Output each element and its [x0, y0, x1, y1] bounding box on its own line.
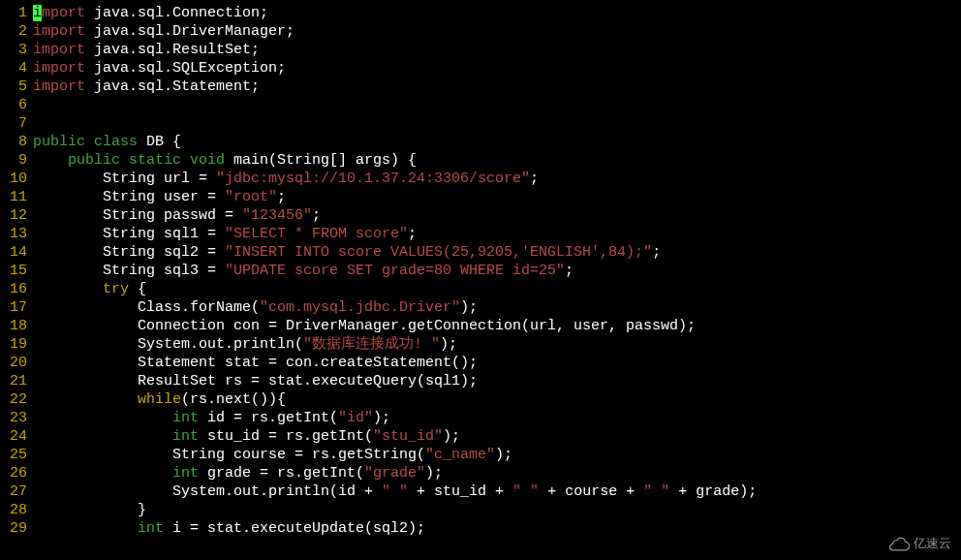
code-line[interactable]: import java.sql.SQLException; [33, 59, 961, 78]
code-token: java.sql.ResultSet; [85, 42, 260, 58]
watermark: 亿速云 [888, 534, 951, 552]
code-token: String sql3 = [33, 263, 225, 279]
code-token [33, 428, 172, 445]
code-line[interactable]: String user = "root"; [33, 188, 961, 206]
code-token [33, 410, 172, 426]
code-token: java.sql.DriverManager; [85, 23, 294, 40]
code-token: DB { [138, 134, 181, 150]
code-token: i = stat.executeUpdate(sql2); [164, 520, 425, 537]
line-number: 2 [0, 22, 27, 41]
code-token: "123456" [242, 207, 312, 224]
code-token: ); [495, 447, 512, 463]
code-token: ResultSet rs = stat.executeQuery(sql1); [33, 373, 478, 389]
code-line[interactable]: String passwd = "123456"; [33, 206, 961, 225]
line-number: 9 [0, 151, 27, 170]
code-token: ); [440, 336, 457, 353]
code-token: String passwd = [33, 207, 242, 224]
code-token: } [33, 502, 146, 518]
line-number: 26 [0, 464, 27, 482]
code-token: (rs.next()){ [181, 391, 286, 408]
code-line[interactable]: int grade = rs.getInt("grade"); [33, 464, 961, 482]
code-token: "SELECT * FROM score" [225, 226, 408, 242]
line-number: 12 [0, 206, 27, 225]
code-token: + stu_id + [408, 483, 512, 500]
code-line[interactable]: String sql3 = "UPDATE score SET grade=80… [33, 262, 961, 280]
line-number: 19 [0, 335, 27, 354]
code-token [33, 97, 42, 113]
code-line[interactable]: int i = stat.executeUpdate(sql2); [33, 519, 961, 538]
code-token: id = rs.getInt( [199, 410, 338, 426]
code-token: "grade" [364, 465, 425, 482]
code-line[interactable]: public static void main(String[] args) { [33, 151, 961, 170]
code-token: System.out.println(id + [33, 483, 382, 500]
code-line[interactable]: String sql2 = "INSERT INTO score VALUES(… [33, 243, 961, 262]
code-line[interactable]: import java.sql.Connection; [33, 4, 961, 22]
watermark-text: 亿速云 [914, 534, 951, 552]
line-number: 28 [0, 501, 27, 519]
code-token: ; [277, 189, 286, 205]
code-token: while [138, 391, 181, 408]
line-number: 21 [0, 372, 27, 390]
code-token: " " [382, 483, 408, 500]
code-line[interactable]: public class DB { [33, 133, 961, 151]
code-token: java.sql.Statement; [85, 78, 260, 95]
code-token: ; [652, 244, 661, 261]
code-line[interactable]: int id = rs.getInt("id"); [33, 409, 961, 427]
line-number-gutter: 1234567891011121314151617181920212223242… [0, 4, 33, 538]
code-line[interactable]: String course = rs.getString("c_name"); [33, 446, 961, 464]
line-number: 14 [0, 243, 27, 262]
code-line[interactable]: String sql1 = "SELECT * FROM score"; [33, 225, 961, 243]
code-token [33, 281, 103, 297]
code-area[interactable]: import java.sql.Connection;import java.s… [33, 4, 961, 538]
code-token: + grade); [669, 483, 757, 500]
code-token: main(String[] args) { [225, 152, 417, 169]
line-number: 4 [0, 59, 27, 78]
code-line[interactable]: import java.sql.Statement; [33, 78, 961, 96]
code-line[interactable]: while(rs.next()){ [33, 390, 961, 409]
code-token: { [129, 281, 146, 297]
line-number: 20 [0, 354, 27, 372]
line-number: 15 [0, 262, 27, 280]
line-number: 1 [0, 4, 27, 22]
code-token: "UPDATE score SET grade=80 WHERE id=25" [225, 263, 565, 279]
line-number: 24 [0, 427, 27, 446]
code-line[interactable]: String url = "jdbc:mysql://10.1.37.24:33… [33, 170, 961, 188]
line-number: 8 [0, 133, 27, 151]
code-token [33, 115, 42, 132]
cloud-icon [888, 536, 910, 551]
code-line[interactable]: try { [33, 280, 961, 298]
code-line[interactable]: ResultSet rs = stat.executeQuery(sql1); [33, 372, 961, 390]
code-line[interactable] [33, 114, 961, 133]
code-line[interactable]: import java.sql.ResultSet; [33, 41, 961, 59]
code-token: import [33, 78, 85, 95]
code-line[interactable]: Class.forName("com.mysql.jdbc.Driver"); [33, 298, 961, 317]
code-editor[interactable]: 1234567891011121314151617181920212223242… [0, 0, 961, 538]
line-number: 29 [0, 519, 27, 538]
code-line[interactable]: int stu_id = rs.getInt("stu_id"); [33, 427, 961, 446]
line-number: 6 [0, 96, 27, 114]
code-line[interactable]: } [33, 501, 961, 519]
code-token: int [172, 410, 199, 426]
code-token: try [103, 281, 129, 297]
code-line[interactable] [33, 96, 961, 114]
line-number: 27 [0, 482, 27, 501]
code-token [33, 520, 138, 537]
code-token: import [33, 60, 85, 77]
line-number: 7 [0, 114, 27, 133]
line-number: 16 [0, 280, 27, 298]
line-number: 23 [0, 409, 27, 427]
code-line[interactable]: Connection con = DriverManager.getConnec… [33, 317, 961, 335]
code-token: i [33, 5, 42, 21]
code-line[interactable]: Statement stat = con.createStatement(); [33, 354, 961, 372]
code-token [33, 465, 172, 482]
code-line[interactable]: import java.sql.DriverManager; [33, 22, 961, 41]
line-number: 3 [0, 41, 27, 59]
code-line[interactable]: System.out.println("数据库连接成功! "); [33, 335, 961, 354]
line-number: 22 [0, 390, 27, 409]
code-token: "root" [225, 189, 277, 205]
code-token: public static void [68, 152, 225, 169]
code-line[interactable]: System.out.println(id + " " + stu_id + "… [33, 482, 961, 501]
code-token: public class [33, 134, 138, 150]
code-token: mport [42, 5, 85, 21]
code-token: ; [408, 226, 417, 242]
